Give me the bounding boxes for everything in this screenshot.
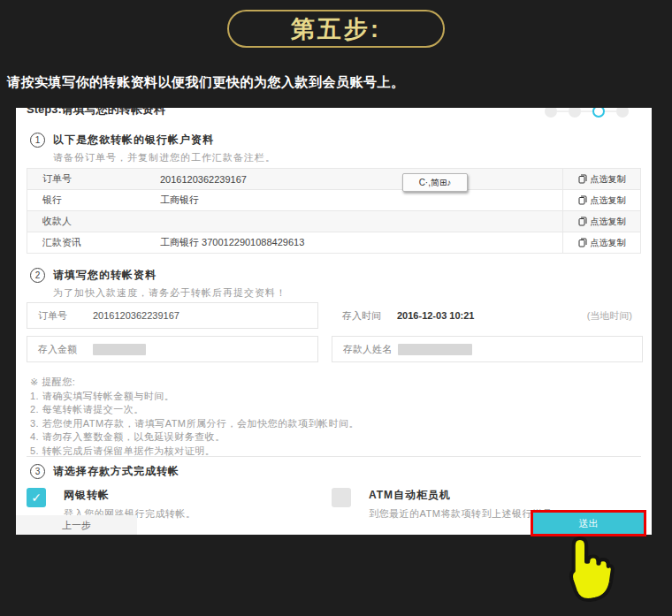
step-dot-2 <box>569 108 581 118</box>
copy-button[interactable]: 点选复制 <box>562 232 640 253</box>
option-label: 网银转帐 <box>64 488 196 503</box>
step-dot-connector <box>557 110 569 112</box>
note-line: 2. 每笔转帐请提交一次。 <box>30 403 359 417</box>
copy-icon <box>578 238 587 247</box>
panel-title: Step3:请填写您的转帐资料 <box>27 108 292 118</box>
deposit-amount-field[interactable]: 存入金额 <box>27 336 318 362</box>
field-label: 存入金额 <box>38 343 93 356</box>
reminder-notes: ※ 提醒您: 1. 请确实填写转帐金额与时间。 2. 每笔转帐请提交一次。 3.… <box>30 376 359 458</box>
panel-title-clip: Step3:请填写您的转帐资料 <box>27 108 292 118</box>
copy-button-label: 点选复制 <box>591 173 626 186</box>
row-label: 订单号 <box>27 172 160 186</box>
section2-number-badge: 2 <box>30 268 45 283</box>
step-dot-connector <box>605 110 616 112</box>
step-badge: 第五步: <box>227 10 445 48</box>
row-label: 银行 <box>27 194 160 207</box>
copy-button-label: 点选复制 <box>591 237 626 249</box>
submit-highlight-box: 送出 <box>531 510 646 536</box>
option-label: ATM自动柜员机 <box>369 488 562 503</box>
order-no-field[interactable]: 订单号 2016120362239167 <box>27 302 318 329</box>
redacted-value <box>93 344 146 355</box>
copy-icon <box>578 195 587 205</box>
hand-cursor-icon <box>552 534 615 612</box>
section2-subtitle: 为了加快入款速度，请务必于转帐后再提交资料！ <box>53 286 286 300</box>
row-value: 2016120362239167 <box>160 174 562 185</box>
section2-title: 请填写您的转帐资料 <box>53 268 157 283</box>
row-value: 工商银行 3700122901088429613 <box>160 236 562 249</box>
copy-button[interactable]: 点选复制 <box>562 169 640 189</box>
section1-subtitle: 请备份订单号，并复制进您的工作汇款备注栏。 <box>53 151 276 164</box>
section3-number-badge: 3 <box>30 464 45 479</box>
step-dot-connector <box>581 110 592 112</box>
section3-title: 请选择存款方式完成转帐 <box>53 464 179 479</box>
step-dot-3-active <box>592 108 605 118</box>
copy-button-label: 点选复制 <box>591 194 626 207</box>
option-atm: ATM自动柜员机 到您最近的ATM将款项转到上述银行帐号。 <box>332 488 562 521</box>
field-label: 存入时间 <box>342 309 397 323</box>
step-dot-1 <box>545 108 557 118</box>
section2-heading: 2 请填写您的转帐资料 <box>30 268 157 283</box>
copy-button-label: 点选复制 <box>591 216 626 228</box>
note-line: ※ 提醒您: <box>30 376 359 390</box>
row-value: 工商银行 <box>160 194 562 207</box>
deposit-time-field: 存入时间 2016-12-03 10:21 (当地时间) <box>332 302 643 329</box>
field-label: 存款人姓名 <box>343 343 398 356</box>
row-label: 收款人 <box>27 215 160 228</box>
copy-button[interactable]: 点选复制 <box>562 211 640 232</box>
field-label: 订单号 <box>38 309 93 323</box>
online-banking-checkbox[interactable]: ✓ <box>27 488 46 507</box>
field-value: 2016120362239167 <box>93 310 179 321</box>
note-line: 4. 请勿存入整数金额，以免延误财务查收。 <box>30 430 359 445</box>
table-row-payee: 收款人 点选复制 <box>27 211 640 232</box>
check-icon: ✓ <box>31 491 42 505</box>
submit-button[interactable]: 送出 <box>533 513 644 534</box>
back-button[interactable]: 上一步 <box>16 515 137 535</box>
copy-icon <box>578 174 587 184</box>
section-divider <box>27 456 641 457</box>
instruction-text: 请按实填写你的转账资料以便我们更快的为您入款到会员账号上。 <box>7 74 405 91</box>
section1-title: 以下是您欲转帐的银行帐户资料 <box>53 133 214 148</box>
page-background: 第五步: 请按实填写你的转账资料以便我们更快的为您入款到会员账号上。 Step3… <box>0 0 672 616</box>
section1-number-badge: 1 <box>30 133 45 148</box>
ime-language-bar[interactable]: C·,简⊞♪ <box>402 173 468 192</box>
field-value: 2016-12-03 10:21 <box>397 310 474 321</box>
transfer-form-panel: Step3:请填写您的转帐资料 1 以下是您欲转帐的银行帐户资料 请备份订单号，… <box>16 108 652 535</box>
copy-button[interactable]: 点选复制 <box>562 190 640 210</box>
local-time-note: (当地时间) <box>587 309 632 323</box>
copy-icon <box>578 217 587 226</box>
bank-account-table: 订单号 2016120362239167 点选复制 银行 工商银行 点选复制 收… <box>27 168 641 254</box>
depositor-name-field[interactable]: 存款人姓名 <box>332 336 643 362</box>
table-row-bank: 银行 工商银行 点选复制 <box>27 190 640 211</box>
note-line: 3. 若您使用ATM存款，请填写ATM所属分行，会加快您的款项到帐时间。 <box>30 417 359 431</box>
section3-heading: 3 请选择存款方式完成转帐 <box>30 464 179 479</box>
table-row-order-no: 订单号 2016120362239167 点选复制 <box>27 169 640 190</box>
step-dot-4 <box>616 108 629 118</box>
note-line: 1. 请确实填写转帐金额与时间。 <box>30 390 359 404</box>
redacted-value <box>398 344 472 355</box>
step-indicator <box>545 108 629 124</box>
step-badge-label: 第五步: <box>291 13 381 45</box>
atm-checkbox[interactable] <box>332 488 351 507</box>
table-row-remit-info: 汇款资讯 工商银行 3700122901088429613 点选复制 <box>27 232 640 254</box>
row-label: 汇款资讯 <box>27 236 160 249</box>
section1-heading: 1 以下是您欲转帐的银行帐户资料 <box>30 133 214 148</box>
